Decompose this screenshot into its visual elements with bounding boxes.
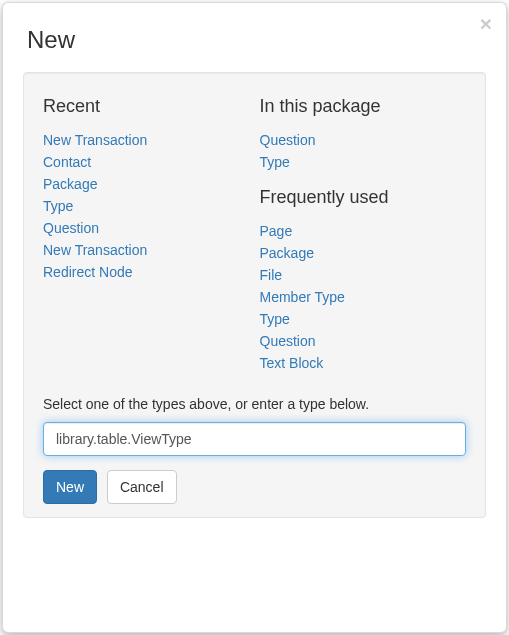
- frequent-heading: Frequently used: [260, 187, 467, 208]
- recent-item[interactable]: Contact: [43, 154, 91, 170]
- recent-item[interactable]: Package: [43, 176, 97, 192]
- recent-item[interactable]: Question: [43, 220, 99, 236]
- new-button[interactable]: New: [43, 470, 97, 504]
- type-columns: Recent New Transaction Contact Package T…: [43, 92, 466, 382]
- button-row: New Cancel: [43, 470, 466, 504]
- new-dialog: × New Recent New Transaction Contact Pac…: [2, 2, 507, 633]
- cancel-button[interactable]: Cancel: [107, 470, 177, 504]
- recent-item[interactable]: Redirect Node: [43, 264, 133, 280]
- frequent-item[interactable]: Text Block: [260, 355, 324, 371]
- frequent-item[interactable]: Package: [260, 245, 314, 261]
- frequent-list: Page Package File Member Type Type Quest…: [260, 220, 467, 374]
- frequent-item[interactable]: Page: [260, 223, 293, 239]
- col-recent: Recent New Transaction Contact Package T…: [43, 92, 250, 382]
- frequent-item[interactable]: Question: [260, 333, 316, 349]
- dialog-body: Recent New Transaction Contact Package T…: [23, 72, 486, 518]
- dialog-title: New: [27, 26, 486, 54]
- hint-text: Select one of the types above, or enter …: [43, 396, 466, 412]
- recent-list: New Transaction Contact Package Type Que…: [43, 129, 250, 283]
- in-package-item[interactable]: Type: [260, 154, 290, 170]
- in-package-list: Question Type: [260, 129, 467, 173]
- recent-heading: Recent: [43, 96, 250, 117]
- col-right: In this package Question Type Frequently…: [260, 92, 467, 382]
- type-name-input[interactable]: [43, 422, 466, 456]
- recent-item[interactable]: New Transaction: [43, 242, 147, 258]
- in-package-heading: In this package: [260, 96, 467, 117]
- frequent-item[interactable]: File: [260, 267, 283, 283]
- in-package-item[interactable]: Question: [260, 132, 316, 148]
- recent-item[interactable]: Type: [43, 198, 73, 214]
- frequent-item[interactable]: Member Type: [260, 289, 345, 305]
- frequent-item[interactable]: Type: [260, 311, 290, 327]
- recent-item[interactable]: New Transaction: [43, 132, 147, 148]
- close-icon[interactable]: ×: [480, 13, 492, 34]
